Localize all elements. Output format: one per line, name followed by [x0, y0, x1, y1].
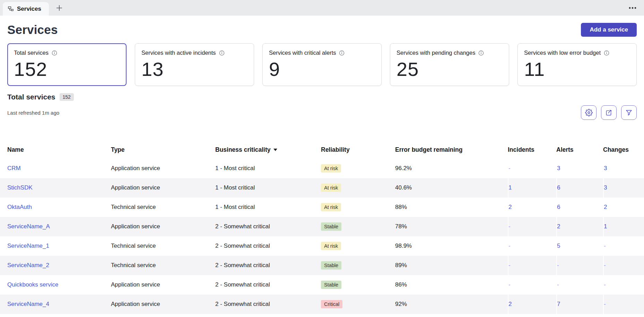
- new-tab-button[interactable]: [53, 2, 66, 14]
- changes-link[interactable]: 3: [604, 165, 607, 172]
- stat-card[interactable]: Services with critical alerts 9: [262, 43, 382, 86]
- changes-link[interactable]: 2: [604, 204, 607, 211]
- changes-link[interactable]: -: [604, 243, 606, 249]
- changes-link[interactable]: 3: [604, 184, 607, 191]
- column-header-type[interactable]: Type: [111, 146, 215, 153]
- section-title: Total services: [7, 93, 55, 101]
- alerts-link[interactable]: 3: [557, 165, 560, 172]
- service-name-link[interactable]: StichSDK: [7, 184, 33, 191]
- column-header-name[interactable]: Name: [7, 146, 111, 153]
- tab-services[interactable]: Services: [3, 2, 49, 16]
- tab-bar: Services: [0, 0, 644, 16]
- service-type: Application service: [111, 184, 160, 191]
- table-row: Quickbooks service Application service 2…: [0, 275, 644, 294]
- column-header-business-criticality[interactable]: Business criticality: [215, 146, 321, 153]
- info-icon[interactable]: [478, 50, 484, 56]
- stat-card-label: Total services: [14, 50, 49, 56]
- incidents-link[interactable]: -: [508, 223, 511, 230]
- service-type: Technical service: [111, 204, 156, 211]
- table-row: ServiceName_4 Application service 2 - So…: [0, 294, 644, 314]
- service-name-link[interactable]: OktaAuth: [7, 204, 32, 211]
- incidents-link[interactable]: -: [508, 165, 511, 172]
- stat-card-value: 9: [269, 59, 375, 80]
- last-refreshed-text: Last refreshed 1m ago: [7, 110, 59, 116]
- reliability-badge: At risk: [321, 242, 341, 250]
- column-header-reliability[interactable]: Reliability: [321, 146, 395, 153]
- info-icon[interactable]: [604, 50, 609, 56]
- reliability-badge: Critical: [321, 300, 342, 308]
- business-criticality: 2 - Somewhat critical: [215, 301, 270, 308]
- error-budget-value: 40.6%: [395, 184, 412, 191]
- business-criticality: 2 - Somewhat critical: [215, 262, 270, 269]
- service-name-link[interactable]: ServiceName_A: [7, 223, 50, 230]
- column-header-error-budget[interactable]: Error budget remaining: [395, 146, 508, 153]
- info-icon[interactable]: [339, 50, 345, 56]
- alerts-link[interactable]: 2: [557, 223, 560, 230]
- gear-icon: [585, 109, 593, 116]
- tab-label: Services: [17, 6, 41, 12]
- stat-card-header: Services with low error budget: [524, 50, 630, 56]
- filter-button[interactable]: [621, 105, 637, 120]
- incidents-link[interactable]: 2: [508, 204, 512, 211]
- alerts-link[interactable]: 6: [557, 184, 560, 191]
- table-section-header: Total services 152 Last refreshed 1m ago: [0, 86, 644, 120]
- incidents-link[interactable]: -: [508, 262, 511, 269]
- reliability-badge: Stable: [321, 261, 341, 270]
- column-header-changes[interactable]: Changes: [603, 146, 644, 153]
- column-header-incidents[interactable]: Incidents: [508, 146, 556, 153]
- business-criticality: 2 - Somewhat critical: [215, 223, 270, 230]
- service-name-link[interactable]: ServiceName_4: [7, 301, 49, 308]
- business-criticality: 2 - Somewhat critical: [215, 281, 270, 288]
- changes-link[interactable]: -: [604, 262, 606, 269]
- service-name-link[interactable]: CRM: [7, 165, 21, 172]
- error-budget-value: 98.9%: [395, 243, 412, 249]
- stat-card-label: Services with pending changes: [397, 50, 475, 56]
- service-type: Application service: [111, 223, 160, 230]
- stat-card-value: 13: [141, 59, 247, 80]
- info-icon[interactable]: [219, 50, 225, 56]
- filter-icon: [625, 109, 633, 116]
- page-title: Services: [7, 23, 58, 37]
- add-service-button[interactable]: Add a service: [581, 23, 637, 37]
- alerts-link[interactable]: 5: [557, 243, 560, 249]
- tab-bar-menu-button[interactable]: [627, 3, 638, 13]
- table-row: ServiceName_2 Technical service 2 - Some…: [0, 256, 644, 275]
- error-budget-value: 89%: [395, 262, 407, 269]
- service-name-link[interactable]: ServiceName_1: [7, 243, 49, 249]
- stat-card[interactable]: Services with low error budget 11: [517, 43, 637, 86]
- alerts-link[interactable]: -: [557, 262, 559, 269]
- stat-card[interactable]: Services with active incidents 13: [135, 43, 254, 86]
- sitemap-icon: [8, 6, 14, 11]
- error-budget-value: 78%: [395, 223, 407, 230]
- info-icon[interactable]: [52, 50, 57, 56]
- incidents-link[interactable]: -: [508, 281, 511, 288]
- stat-card[interactable]: Total services 152: [7, 43, 127, 86]
- table-row: OktaAuth Technical service 1 - Most crit…: [0, 197, 644, 217]
- service-name-link[interactable]: Quickbooks service: [7, 281, 58, 288]
- alerts-link[interactable]: 6: [557, 204, 560, 211]
- incidents-link[interactable]: 2: [508, 301, 512, 308]
- alerts-link[interactable]: 7: [557, 301, 560, 308]
- alerts-link[interactable]: -: [557, 281, 559, 288]
- settings-button[interactable]: [581, 105, 597, 120]
- changes-link[interactable]: 1: [604, 223, 607, 230]
- stat-card-label: Services with low error budget: [524, 50, 601, 56]
- service-name-link[interactable]: ServiceName_2: [7, 262, 49, 269]
- stat-card-header: Total services: [14, 50, 120, 56]
- export-button[interactable]: [601, 105, 617, 120]
- incidents-link[interactable]: 1: [508, 184, 512, 191]
- business-criticality: 1 - Most critical: [215, 204, 255, 211]
- business-criticality: 1 - Most critical: [215, 184, 255, 191]
- changes-link[interactable]: -: [604, 301, 606, 308]
- table-body: CRM Application service 1 - Most critica…: [0, 159, 644, 314]
- stat-card-header: Services with active incidents: [141, 50, 247, 56]
- reliability-badge: At risk: [321, 184, 341, 192]
- service-type: Application service: [111, 281, 160, 288]
- stat-card-header: Services with critical alerts: [269, 50, 375, 56]
- stat-card-header: Services with pending changes: [397, 50, 503, 56]
- column-header-alerts[interactable]: Alerts: [556, 146, 603, 153]
- incidents-link[interactable]: -: [508, 243, 511, 249]
- changes-link[interactable]: -: [604, 281, 606, 288]
- stat-card[interactable]: Services with pending changes 25: [390, 43, 509, 86]
- table-row: ServiceName_1 Technical service 2 - Some…: [0, 236, 644, 256]
